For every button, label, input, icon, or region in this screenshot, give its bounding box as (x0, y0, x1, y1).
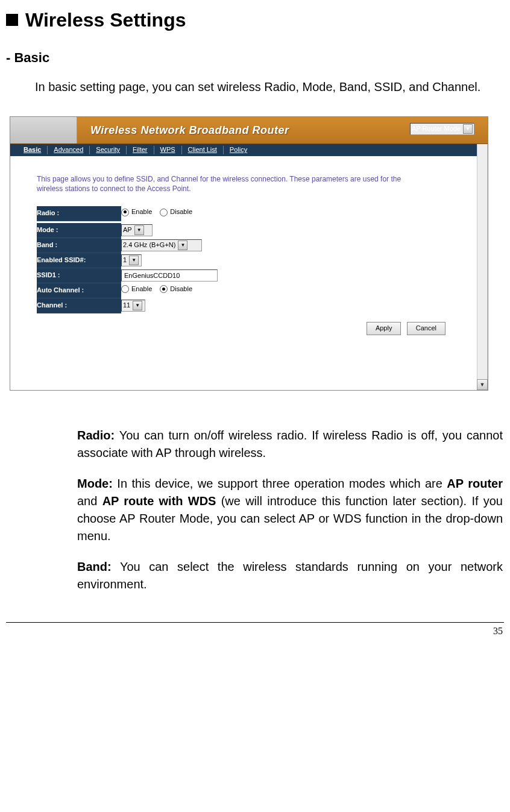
desc-radio: Radio: You can turn on/off wireless radi… (34, 427, 503, 462)
footer-rule (6, 622, 504, 623)
desc-band: Band: You can select the wireless standa… (34, 558, 503, 593)
tab-bar: Basic Advanced Security Filter WPS Clien… (10, 144, 488, 156)
bullet-square (6, 14, 18, 26)
apply-button[interactable]: Apply (367, 322, 401, 335)
radio-enable-option[interactable]: Enable (121, 207, 152, 217)
chevron-down-icon: ▼ (133, 301, 142, 310)
radio-icon (160, 285, 168, 293)
screenshot-title: Wireless Network Broadband Router (90, 122, 289, 138)
auto-enable-option[interactable]: Enable (121, 285, 152, 294)
screenshot-description: This page allows you to define SSID, and… (37, 174, 411, 194)
radio-disable-option[interactable]: Disable (160, 207, 192, 217)
system-mode-value: AP Router Mode (412, 124, 461, 134)
page-number: 35 (6, 624, 504, 638)
tab-filter[interactable]: Filter (127, 145, 153, 155)
radio-icon (121, 285, 129, 293)
band-select[interactable]: 2.4 GHz (B+G+N)▼ (121, 239, 202, 251)
page-subheading: - Basic (6, 48, 504, 68)
chevron-down-icon: ▼ (463, 124, 473, 134)
router-screenshot: ▲ ▼ Wireless Network Broadband Router AP… (10, 116, 488, 391)
label-ssid1: SSID1 : (37, 268, 121, 283)
cancel-button[interactable]: Cancel (407, 322, 445, 335)
chevron-down-icon: ▼ (134, 225, 144, 235)
desc-mode: Mode: In this device, we support three o… (34, 475, 503, 545)
label-enabled-ssid: Enabled SSID#: (37, 253, 121, 268)
tab-policy[interactable]: Policy (224, 145, 253, 155)
page-heading: Wireless Settings (25, 6, 186, 34)
label-channel: Channel : (37, 298, 121, 313)
label-band: Band : (37, 238, 121, 253)
settings-form: Radio : Enable Disable Mode : AP▼ Band : (37, 206, 218, 313)
mode-select[interactable]: AP▼ (121, 224, 153, 236)
intro-paragraph: In basic setting page, you can set wirel… (6, 78, 504, 96)
tab-advanced[interactable]: Advanced (48, 145, 89, 155)
channel-select[interactable]: 11▼ (121, 300, 145, 312)
system-mode-select[interactable]: AP Router Mode ▼ (410, 123, 474, 135)
radio-icon (121, 209, 129, 216)
enabled-ssid-select[interactable]: 1▼ (121, 254, 142, 266)
label-radio: Radio : (37, 206, 121, 221)
tab-security[interactable]: Security (90, 145, 126, 155)
radio-icon (160, 209, 168, 216)
tab-client-list[interactable]: Client List (182, 145, 223, 155)
ssid1-input[interactable] (121, 269, 218, 282)
chevron-down-icon: ▼ (129, 256, 139, 265)
logo-placeholder (10, 117, 77, 143)
label-mode: Mode : (37, 223, 121, 238)
tab-basic[interactable]: Basic (17, 145, 47, 155)
screenshot-header: Wireless Network Broadband Router AP Rou… (10, 117, 488, 144)
auto-disable-option[interactable]: Disable (160, 285, 192, 294)
label-auto-channel: Auto Channel : (37, 283, 121, 298)
tab-wps[interactable]: WPS (154, 145, 181, 155)
chevron-down-icon: ▼ (178, 241, 187, 250)
